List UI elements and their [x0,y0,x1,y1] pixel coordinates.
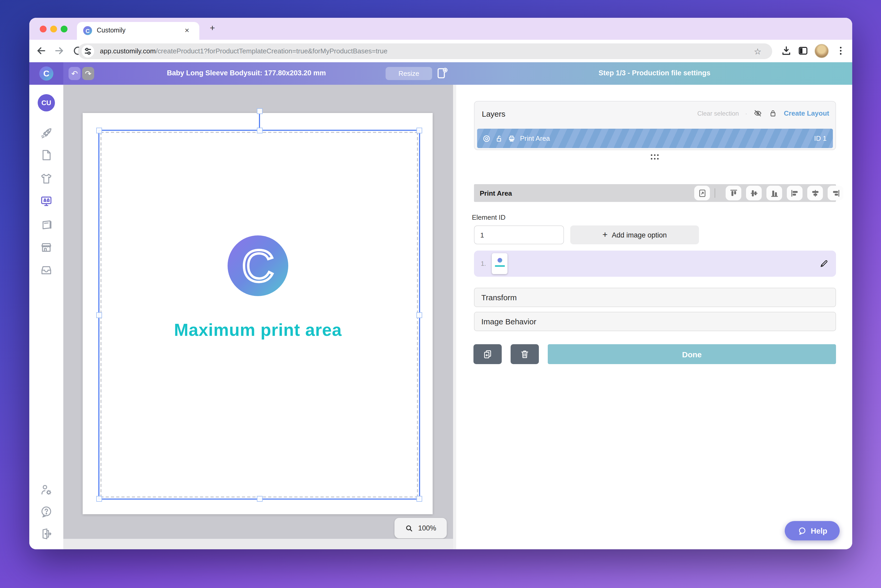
menu-dots-icon[interactable] [835,45,846,57]
max-print-area-label: Maximum print area [132,320,383,340]
profile-avatar[interactable] [815,44,829,58]
rocket-icon[interactable] [40,127,53,140]
tab-strip: C Customily × + [29,18,852,40]
side-panel-icon[interactable] [797,45,809,57]
design-canvas[interactable]: C Maximum print area 100% [63,85,453,539]
browser-tab[interactable]: C Customily × [77,22,199,40]
customily-c-logo: C [227,234,289,297]
layer-visibility-eye-icon[interactable] [482,134,491,142]
image-option-row[interactable]: 1. [474,250,836,277]
new-file-icon[interactable] [435,66,449,81]
account-avatar[interactable]: CU [38,94,55,111]
url-bar[interactable]: app.customily.com/createProduct1?forProd… [78,44,772,59]
plus-icon: + [602,230,608,240]
element-id-input[interactable] [474,225,564,244]
store-icon[interactable] [40,241,53,254]
step-header-title: Step 1/3 - Production file settings [485,69,824,77]
layers-title: Layers [482,110,505,118]
print-area-selection[interactable] [98,130,420,500]
print-area-section-title: Print Area [480,189,512,197]
tab-close-icon[interactable]: × [185,26,189,34]
undo-button[interactable]: ↶ [69,67,81,80]
resize-handle-ne[interactable] [416,128,422,134]
layers-box: Layers Clear selection · Create Layout [474,101,836,150]
forward-icon[interactable] [53,45,65,57]
transform-label: Transform [481,293,517,302]
account-settings-icon[interactable] [40,483,53,496]
zoom-value: 100% [418,524,436,532]
zoom-window-button[interactable] [61,26,68,32]
thumbnail-text-line [495,265,504,267]
align-top-icon[interactable] [726,186,741,200]
magnifier-icon [405,524,413,532]
fit-to-area-icon[interactable] [694,186,710,200]
add-image-option-label: Add image option [612,231,667,239]
resize-button[interactable]: Resize [386,67,432,80]
align-right-icon[interactable] [828,186,843,200]
add-image-option-button[interactable]: + Add image option [570,225,699,244]
resize-handle-n[interactable] [257,128,263,134]
print-area-dashed-outline [101,132,418,498]
tshirt-icon[interactable] [40,172,53,185]
close-window-button[interactable] [40,26,47,32]
resize-handle-se[interactable] [416,496,422,502]
option-index: 1. [481,260,486,267]
download-icon[interactable] [780,45,792,57]
file-icon[interactable] [40,148,53,162]
zoom-control[interactable]: 100% [395,518,447,538]
align-bottom-icon[interactable] [767,186,782,200]
inbox-icon[interactable] [40,263,53,276]
desktop-background: C Customily × + app.customily.com/create… [0,0,881,588]
redo-button[interactable]: ↷ [82,67,94,80]
duplicate-button[interactable] [473,344,502,364]
settings-panel: Layers Clear selection · Create Layout [456,85,852,549]
separator-dot: · [745,110,747,117]
align-vertical-center-icon[interactable] [746,186,762,200]
delete-trash-button[interactable] [510,344,539,364]
canvas-footer-strip [63,539,453,549]
toolbar-separator [714,188,715,198]
edit-pencil-icon[interactable] [819,259,829,268]
layer-unlock-icon[interactable] [495,134,503,142]
back-icon[interactable] [36,45,47,57]
bookmark-star-icon[interactable]: ☆ [754,46,761,57]
element-id-label: Element ID [472,213,506,221]
align-horizontal-center-icon[interactable] [807,186,823,200]
help-bubble-icon[interactable] [40,506,53,518]
drag-handle-dots[interactable] [651,154,659,160]
app-sidebar: CU [29,85,64,549]
chat-bubble-icon [797,526,807,536]
thumbnail-logo-icon [497,258,502,262]
image-behavior-section[interactable]: Image Behavior [474,312,836,331]
resize-handle-nw[interactable] [96,128,102,134]
logout-icon[interactable] [40,527,53,540]
create-layout-link[interactable]: Create Layout [784,110,829,117]
hide-all-eye-off-icon[interactable] [753,109,762,118]
resize-handle-s[interactable] [257,496,263,502]
resize-handle-e[interactable] [416,312,422,318]
rotation-handle[interactable] [257,108,263,114]
templates-icon[interactable] [40,218,53,231]
print-area-section-bar: Print Area [474,184,836,202]
align-left-icon[interactable] [787,186,803,200]
option-thumbnail[interactable] [492,253,507,274]
layer-printer-icon[interactable] [507,134,516,142]
done-button[interactable]: Done [548,344,836,364]
clear-selection-button[interactable]: Clear selection [697,110,739,117]
new-tab-button[interactable]: + [210,24,215,32]
resize-handle-sw[interactable] [96,496,102,502]
help-button[interactable]: Help [785,521,840,540]
document-title: Baby Long Sleeve Bodysuit: 177.80x203.20… [123,69,369,77]
tab-title: Customily [97,27,126,34]
browser-window: C Customily × + app.customily.com/create… [29,18,852,549]
layer-name: Print Area [520,135,550,142]
design-editor-icon[interactable] [40,195,53,208]
customily-logo: C [29,62,63,85]
site-settings-icon[interactable] [82,45,94,57]
resize-handle-w[interactable] [96,312,102,318]
url-text: app.customily.com/createProduct1?forProd… [100,47,387,55]
layer-row-print-area[interactable]: Print Area ID 1 [477,129,833,148]
lock-all-icon[interactable] [769,109,778,118]
minimize-window-button[interactable] [50,26,57,32]
transform-section[interactable]: Transform [474,288,836,307]
